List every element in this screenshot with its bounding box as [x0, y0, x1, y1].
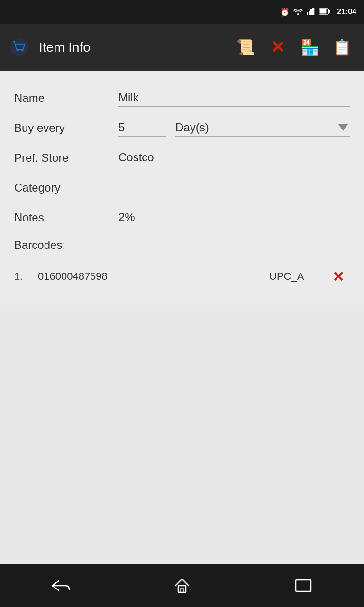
barcode-value: 016000487598	[38, 270, 269, 283]
svg-rect-7	[328, 10, 330, 13]
barcode-type: UPC_A	[269, 270, 326, 283]
barcode-row: 1. 016000487598 UPC_A ✕	[14, 257, 350, 296]
pref-store-row: Pref. Store	[14, 140, 350, 170]
category-input[interactable]	[118, 179, 350, 196]
notes-input-container	[118, 209, 350, 226]
svg-rect-0	[307, 12, 308, 15]
status-bar: ⏰ 21:04	[0, 0, 364, 24]
delete-button[interactable]: ✕	[264, 33, 292, 62]
buy-every-inputs: Day(s)	[118, 119, 350, 137]
buy-every-unit-text: Day(s)	[175, 121, 338, 134]
svg-point-9	[17, 49, 19, 51]
status-time: 21:04	[337, 8, 356, 16]
main-content: Name Buy every Day(s) Pref. Store Catego…	[0, 71, 364, 306]
name-input[interactable]	[118, 89, 350, 107]
svg-rect-4	[314, 8, 315, 15]
svg-rect-3	[312, 8, 314, 15]
barcode-index: 1.	[14, 270, 38, 283]
battery-icon	[319, 8, 330, 16]
buy-every-unit-dropdown[interactable]: Day(s)	[175, 119, 350, 137]
pref-store-input[interactable]	[118, 149, 350, 166]
wifi-icon	[293, 8, 303, 17]
pref-store-label: Pref. Store	[14, 151, 118, 166]
buy-every-row: Buy every Day(s)	[14, 110, 350, 140]
home-button[interactable]	[163, 571, 201, 600]
alarm-icon: ⏰	[280, 8, 290, 17]
notes-row: Notes	[14, 200, 350, 230]
name-input-container	[118, 89, 350, 107]
receipt-button[interactable]: 📜	[231, 33, 260, 62]
notes-input[interactable]	[118, 209, 350, 226]
buy-every-label: Buy every	[14, 121, 118, 137]
bottom-nav	[0, 564, 364, 607]
app-bar: Item Info 📜 ✕ 🏪 📋	[0, 24, 364, 71]
status-icons: ⏰	[280, 8, 330, 17]
pref-store-input-container	[118, 149, 350, 166]
name-label: Name	[14, 92, 118, 107]
category-row: Category	[14, 170, 350, 200]
app-icon	[8, 36, 31, 59]
signal-icon	[307, 8, 315, 17]
svg-rect-2	[310, 9, 312, 15]
notes-label: Notes	[14, 211, 118, 226]
recents-button[interactable]	[284, 571, 322, 600]
dropdown-arrow-icon	[338, 124, 348, 131]
copy-button[interactable]: 📋	[328, 33, 356, 62]
barcode-delete-button[interactable]: ✕	[326, 265, 350, 288]
barcodes-header: Barcodes:	[14, 230, 350, 257]
category-input-container	[118, 179, 350, 196]
svg-point-10	[21, 49, 23, 51]
svg-point-8	[10, 38, 28, 56]
category-label: Category	[14, 181, 118, 196]
name-row: Name	[14, 81, 350, 110]
buy-every-number-input[interactable]	[118, 119, 166, 137]
app-bar-actions: 📜 ✕ 🏪 📋	[231, 33, 356, 62]
add-store-button[interactable]: 🏪	[296, 33, 324, 62]
svg-rect-11	[178, 586, 186, 592]
svg-rect-13	[296, 580, 311, 591]
svg-rect-1	[309, 11, 310, 15]
svg-rect-6	[320, 9, 327, 13]
back-button[interactable]	[42, 571, 80, 600]
page-title: Item Info	[39, 40, 224, 55]
